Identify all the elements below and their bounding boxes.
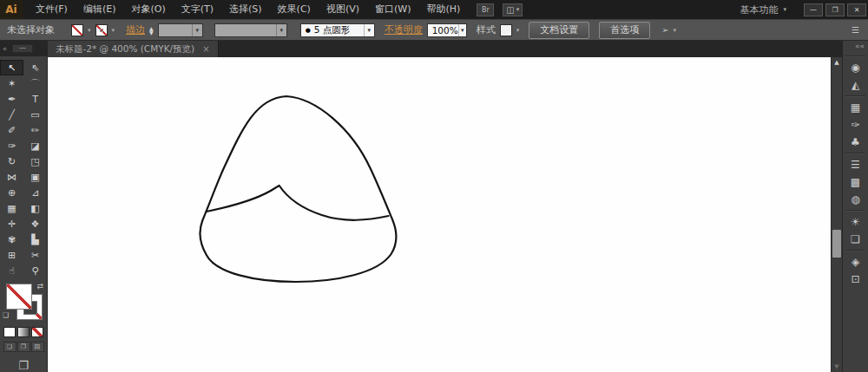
magic-wand-tool[interactable]: ✶ bbox=[0, 75, 23, 91]
hand-tool[interactable]: ☝ bbox=[0, 263, 23, 278]
stroke-panel-icon[interactable]: ☰ bbox=[843, 156, 868, 173]
minimize-button[interactable]: — bbox=[804, 3, 823, 16]
close-button[interactable]: ✕ bbox=[847, 3, 866, 16]
paintbrush-tool[interactable]: ✐ bbox=[0, 122, 23, 138]
control-panel-menu-icon[interactable]: ☰ bbox=[852, 25, 859, 35]
perspective-grid-tool[interactable]: ⊿ bbox=[23, 185, 47, 200]
pen-tool[interactable]: ✒ bbox=[0, 91, 23, 107]
menu-view[interactable]: 视图(V) bbox=[319, 0, 367, 19]
selection-tool[interactable]: ↖ bbox=[0, 60, 23, 75]
blob-brush-tool[interactable]: ✑ bbox=[0, 138, 23, 153]
menu-help[interactable]: 帮助(H) bbox=[418, 0, 468, 19]
collapse-tools-icon[interactable]: « bbox=[3, 45, 7, 53]
transparency-panel-icon[interactable]: ◍ bbox=[843, 191, 868, 208]
shape-builder-tool[interactable]: ⊕ bbox=[0, 185, 23, 200]
artboard-tool[interactable]: ⊞ bbox=[0, 247, 23, 263]
column-graph-tool[interactable]: ▙ bbox=[23, 232, 47, 247]
style-swatch[interactable] bbox=[500, 24, 512, 36]
menu-effect[interactable]: 效果(C) bbox=[270, 0, 319, 19]
document-tab-title: 未标题-2* @ 400% (CMYK/预览) bbox=[56, 43, 194, 55]
fill-none-swatch[interactable] bbox=[71, 24, 83, 36]
draw-inside-mode[interactable]: 回 bbox=[31, 342, 44, 352]
rotate-tool[interactable]: ↻ bbox=[0, 153, 23, 169]
menu-file[interactable]: 文件(F) bbox=[28, 0, 76, 19]
zoom-tool[interactable]: ⚲ bbox=[23, 263, 47, 278]
expand-panels-icon[interactable]: «« bbox=[843, 41, 868, 54]
stroke-link[interactable]: 描边 bbox=[126, 23, 145, 36]
chevron-down-icon[interactable]: ▾ bbox=[88, 27, 91, 34]
document-setup-button[interactable]: 文档设置 bbox=[529, 22, 589, 39]
brush-definition-dropdown[interactable]: ● 5 点圆形 ▾ bbox=[300, 23, 375, 37]
none-button[interactable] bbox=[31, 327, 43, 337]
artboards-panel-icon[interactable]: ⊡ bbox=[843, 271, 868, 288]
color-guide-panel-icon[interactable]: ◭ bbox=[843, 76, 868, 94]
slice-tool[interactable]: ✂ bbox=[23, 247, 47, 263]
gradient-panel-icon[interactable]: ▩ bbox=[843, 173, 868, 191]
default-fill-stroke-icon[interactable]: ❏ bbox=[3, 311, 9, 319]
rectangle-tool[interactable]: ▭ bbox=[23, 107, 47, 122]
canvas[interactable] bbox=[48, 57, 831, 372]
width-tool-tool[interactable]: ⋈ bbox=[0, 169, 23, 185]
preferences-button[interactable]: 首选项 bbox=[599, 22, 650, 39]
swap-fill-stroke-icon[interactable]: ⇄ bbox=[36, 282, 43, 290]
stroke-weight-stepper[interactable]: ▲ ▼ bbox=[149, 26, 154, 35]
color-panel-icon[interactable]: ◉ bbox=[843, 59, 868, 76]
swatches-panel-icon[interactable]: ▦ bbox=[843, 99, 868, 116]
symbol-sprayer-tool[interactable]: ✾ bbox=[0, 232, 23, 247]
menu-select[interactable]: 选择(S) bbox=[221, 0, 270, 19]
tools-panel-grip[interactable]: — bbox=[12, 44, 33, 53]
draw-behind-mode[interactable]: ❐ bbox=[17, 342, 30, 352]
gradient-button[interactable] bbox=[17, 327, 30, 337]
restore-button[interactable]: ❐ bbox=[825, 3, 845, 16]
menu-edit[interactable]: 编辑(E) bbox=[76, 0, 124, 19]
document-tab[interactable]: 未标题-2* @ 400% (CMYK/预览) × bbox=[48, 41, 219, 57]
appearance-panel-icon[interactable]: ☀ bbox=[843, 213, 868, 231]
chevron-down-icon[interactable]: ▾ bbox=[276, 24, 286, 36]
screen-mode-button[interactable]: ❐ bbox=[18, 359, 29, 372]
stroke-none-swatch[interactable] bbox=[95, 24, 108, 36]
scroll-down-icon[interactable]: ▼ bbox=[832, 363, 842, 370]
scale-tool[interactable]: ◳ bbox=[23, 153, 47, 169]
lasso-tool[interactable]: ⌒ bbox=[23, 75, 47, 91]
mesh-tool[interactable]: ▦ bbox=[0, 200, 23, 216]
chevron-down-icon[interactable]: ▾ bbox=[674, 27, 677, 34]
menu-object[interactable]: 对象(O) bbox=[123, 0, 173, 19]
workspace-switcher-button[interactable]: ◫ ▾ bbox=[503, 3, 523, 16]
blend-tool[interactable]: ❖ bbox=[23, 216, 47, 232]
scroll-up-icon[interactable]: ▲ bbox=[832, 59, 842, 66]
gradient-tool[interactable]: ◧ bbox=[23, 200, 47, 216]
chevron-down-icon[interactable]: ▾ bbox=[364, 24, 374, 36]
direct-selection-tool[interactable]: ⇖ bbox=[23, 60, 47, 75]
menu-type[interactable]: 文字(T) bbox=[174, 0, 221, 19]
draw-normal-mode[interactable]: ❏ bbox=[3, 342, 16, 352]
fill-swatch[interactable] bbox=[6, 284, 32, 310]
brushes-panel-icon[interactable]: ✑ bbox=[843, 116, 868, 134]
scrollbar-thumb[interactable] bbox=[832, 230, 841, 258]
layers-panel-icon[interactable]: ◈ bbox=[843, 253, 868, 271]
vertical-scrollbar[interactable]: ▲ ▼ bbox=[831, 57, 842, 372]
pointer-flyout-icon[interactable]: ➢ bbox=[661, 25, 668, 35]
stepper-down-icon[interactable]: ▼ bbox=[149, 30, 154, 35]
pencil-tool[interactable]: ✏ bbox=[23, 122, 47, 138]
stroke-weight-dropdown[interactable]: ▾ bbox=[158, 23, 203, 37]
width-profile-dropdown[interactable]: ▾ bbox=[214, 23, 287, 37]
symbols-panel-icon[interactable]: ♣ bbox=[843, 134, 868, 151]
tab-close-icon[interactable]: × bbox=[202, 44, 209, 54]
opacity-dropdown[interactable]: 100% ▾ bbox=[427, 23, 467, 37]
bridge-button[interactable]: Br bbox=[477, 3, 494, 16]
color-button[interactable] bbox=[3, 327, 16, 337]
graphic-styles-panel-icon[interactable]: ❏ bbox=[843, 231, 868, 248]
main-area: « — ↖⇖✶⌒✒T╱▭✐✏✑◪↻◳⋈▣⊕⊿▦◧✛❖✾▙⊞✂☝⚲ ⇄ ❏ ❏❐回… bbox=[0, 41, 868, 372]
workspace-selector[interactable]: 基本功能 bbox=[740, 3, 778, 16]
eraser-tool[interactable]: ◪ bbox=[23, 138, 47, 153]
line-segment-tool[interactable]: ╱ bbox=[0, 107, 23, 122]
free-transform-tool[interactable]: ▣ bbox=[23, 169, 47, 185]
chevron-down-icon[interactable]: ▾ bbox=[112, 27, 115, 34]
eyedropper-tool[interactable]: ✛ bbox=[0, 216, 23, 232]
chevron-down-icon[interactable]: ▾ bbox=[458, 24, 466, 36]
opacity-link[interactable]: 不透明度 bbox=[385, 23, 423, 36]
type-tool[interactable]: T bbox=[23, 91, 47, 107]
chevron-down-icon[interactable]: ▾ bbox=[192, 24, 202, 36]
menu-window[interactable]: 窗口(W) bbox=[367, 0, 418, 19]
chevron-down-icon[interactable]: ▾ bbox=[516, 27, 520, 34]
